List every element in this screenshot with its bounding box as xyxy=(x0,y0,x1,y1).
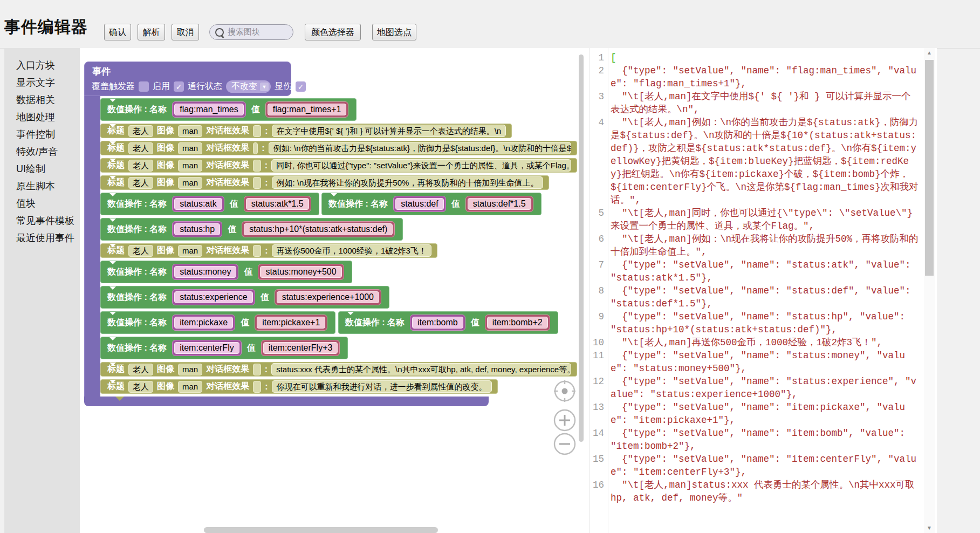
cancel-button[interactable]: 取消 xyxy=(172,24,199,40)
zoom-reset-icon[interactable] xyxy=(553,379,577,403)
name-field[interactable]: status:experience xyxy=(172,289,255,305)
code-line[interactable]: 1[ xyxy=(590,51,919,64)
code-scrollbar-thumb[interactable] xyxy=(925,60,934,276)
value-field[interactable]: flag:man_times+1 xyxy=(265,101,349,118)
text-field[interactable]: 同时, 你也可以通过{"type": "setValue"}来设置一个勇士的属性… xyxy=(271,159,571,172)
name-field[interactable]: status:atk xyxy=(172,196,224,212)
color-picker-button[interactable]: 颜色选择器 xyxy=(305,24,361,40)
sidebar-item-data[interactable]: 数据相关 xyxy=(4,91,80,108)
code-line[interactable]: 6 "\t[老人,man]例如：\n现在我将让你的攻防提升50%，再将攻防和的十… xyxy=(590,233,919,258)
name-field[interactable]: status:hp xyxy=(172,221,222,237)
text-block[interactable]: 标题 老人 图像 man 对话框效果 : status:xxx 代表勇士的某个属… xyxy=(100,362,577,377)
scroll-down-icon[interactable]: ▼ xyxy=(924,523,935,533)
title-field[interactable]: 老人 xyxy=(128,142,153,154)
text-field[interactable]: status:xxx 代表勇士的某个属性。\n其中xxx可取hp, atk, d… xyxy=(271,363,571,375)
image-field[interactable]: man xyxy=(178,177,202,189)
code-line[interactable]: 8 {"type": "setValue", "name": "status:d… xyxy=(590,284,919,310)
text-block[interactable]: 标题 老人 图像 man 对话框效果 : 在文字中使用${' ${ '}和 } … xyxy=(100,124,512,138)
sidebar-item-value-blocks[interactable]: 值块 xyxy=(4,195,80,212)
value-field[interactable]: status:hp+10*(status:atk+status:def) xyxy=(242,221,395,237)
sidebar-item-map-handling[interactable]: 地图处理 xyxy=(4,108,80,126)
image-field[interactable]: man xyxy=(178,381,202,393)
title-field[interactable]: 老人 xyxy=(128,381,153,393)
code-line[interactable]: 10 "\t[老人,man]再送你500金币，1000经验，1破2炸3飞！", xyxy=(590,336,919,349)
show-damage-checkbox[interactable]: ✓ xyxy=(296,81,306,92)
name-field[interactable]: status:def xyxy=(393,196,446,212)
map-pick-button[interactable]: 地图选点 xyxy=(372,24,416,40)
code-line[interactable]: 14 {"type": "setValue", "name": "item:bo… xyxy=(590,427,919,453)
value-field[interactable]: status:money+500 xyxy=(258,264,344,280)
setvalue-block[interactable]: 数值操作 : 名称 status:atk 值 status:atk*1.5 xyxy=(100,193,319,215)
value-field[interactable]: item:bomb+2 xyxy=(485,315,550,331)
image-field[interactable]: man xyxy=(178,142,202,154)
setvalue-block[interactable]: 数值操作 : 名称 status:hp 值 status:hp+10*(stat… xyxy=(100,218,403,241)
sidebar-item-recent-events[interactable]: 最近使用事件 xyxy=(4,229,80,247)
code-editor[interactable]: 1[ 2 {"type": "setValue", "name": "flag:… xyxy=(590,48,937,533)
name-field[interactable]: status:money xyxy=(172,264,238,280)
title-field[interactable]: 老人 xyxy=(128,160,153,172)
effect-field[interactable] xyxy=(253,177,261,189)
sidebar-item-effects-sound[interactable]: 特效/声音 xyxy=(4,143,80,160)
image-field[interactable]: man xyxy=(178,125,202,137)
name-field[interactable]: flag:man_times xyxy=(172,101,246,118)
image-field[interactable]: man xyxy=(178,364,202,375)
value-field[interactable]: status:atk*1.5 xyxy=(244,196,311,212)
value-field[interactable]: status:def*1.5 xyxy=(465,196,533,212)
code-line[interactable]: 13 {"type": "setValue", "name": "item:pi… xyxy=(590,401,919,427)
text-block[interactable]: 标题 老人 图像 man 对话框效果 : 再送你500金币，1000经验，1破2… xyxy=(100,243,437,258)
code-line[interactable]: 7 {"type": "setValue", "name": "status:a… xyxy=(590,258,919,284)
setvalue-block[interactable]: 数值操作 : 名称 item:pickaxe 值 item:pickaxe+1 xyxy=(100,311,335,334)
code-line[interactable]: 12 {"type": "setValue", "name": "status:… xyxy=(590,375,919,401)
code-line[interactable]: 4 "\t[老人,man]例如：\n你的当前攻击力是${status:atk}，… xyxy=(590,116,919,207)
text-field[interactable]: 再送你500金币，1000经验，1破2炸3飞！ xyxy=(272,244,431,257)
workspace-horizontal-scrollbar[interactable] xyxy=(204,527,438,533)
text-block[interactable]: 标题 老人 图像 man 对话框效果 : 同时, 你也可以通过{"type": … xyxy=(100,158,577,173)
pass-state-dropdown[interactable]: 不改变 ▼ xyxy=(226,80,271,93)
title-field[interactable]: 老人 xyxy=(128,364,153,375)
text-field[interactable]: 例如: \n你的当前攻击力是${status:atk}，防御力是${status… xyxy=(269,142,571,154)
code-line[interactable]: 3 "\t[老人,man]在文字中使用${' ${ '}和 } 可以计算并显示一… xyxy=(590,90,919,116)
workspace-vertical-scrollbar[interactable] xyxy=(579,54,584,442)
code-line[interactable]: 5 "\t[老人,man]同时，你也可以通过{\"type\": \"setVa… xyxy=(590,207,919,233)
image-field[interactable]: man xyxy=(178,160,202,172)
sidebar-item-ui-draw[interactable]: UI绘制 xyxy=(4,160,80,177)
code-line[interactable]: 15 {"type": "setValue", "name": "item:ce… xyxy=(590,453,919,479)
text-field[interactable]: 例如: \n现在我将让你的攻防提升50%，再将攻防和的十倍加到生命值上。 xyxy=(272,176,544,189)
setvalue-block[interactable]: 数值操作 : 名称 status:experience 值 status:exp… xyxy=(100,286,389,309)
sidebar-item-native-script[interactable]: 原生脚本 xyxy=(4,177,80,195)
text-field[interactable]: 在文字中使用${' ${ '}和 } 可以计算并显示一个表达式的结果。\n xyxy=(272,125,506,137)
sidebar-item-common-templates[interactable]: 常见事件模板 xyxy=(4,212,80,229)
text-block[interactable]: 标题 老人 图像 man 对话框效果 : 例如: \n你的当前攻击力是${sta… xyxy=(100,141,577,155)
setvalue-block[interactable]: 数值操作 : 名称 flag:man_times 值 flag:man_time… xyxy=(100,98,357,121)
code-line[interactable]: 2 {"type": "setValue", "name": "flag:man… xyxy=(590,64,919,90)
sidebar-item-entry-blocks[interactable]: 入口方块 xyxy=(4,57,80,74)
text-block[interactable]: 标题 老人 图像 man 对话框效果 : 你现在可以重新和我进行对话，进一步看到… xyxy=(100,379,498,394)
value-field[interactable]: status:experience+1000 xyxy=(275,289,381,305)
effect-field[interactable] xyxy=(253,245,261,257)
zoom-in-icon[interactable] xyxy=(553,408,577,432)
event-block-header[interactable]: 事件 覆盖触发器 启用 ✓ 通行状态 不改变 ▼ 显伤 ✓ xyxy=(84,62,291,96)
effect-field[interactable] xyxy=(253,364,261,375)
name-field[interactable]: item:bomb xyxy=(410,315,465,331)
parse-button[interactable]: 解析 xyxy=(138,24,165,40)
effect-field[interactable] xyxy=(253,381,261,393)
event-block[interactable]: 事件 覆盖触发器 启用 ✓ 通行状态 不改变 ▼ 显伤 ✓ 数值操作 : 名称 xyxy=(84,62,590,406)
block-workspace[interactable]: 事件 覆盖触发器 启用 ✓ 通行状态 不改变 ▼ 显伤 ✓ 数值操作 : 名称 xyxy=(80,48,590,533)
confirm-button[interactable]: 确认 xyxy=(104,24,131,40)
setvalue-block[interactable]: 数值操作 : 名称 status:money 值 status:money+50… xyxy=(100,261,352,283)
effect-field[interactable] xyxy=(253,160,261,172)
value-field[interactable]: item:pickaxe+1 xyxy=(255,315,327,331)
text-field[interactable]: 你现在可以重新和我进行对话，进一步看到属性值的改变。 xyxy=(272,380,492,393)
text-block[interactable]: 标题 老人 图像 man 对话框效果 : 例如: \n现在我将让你的攻防提升50… xyxy=(100,175,549,190)
name-field[interactable]: item:centerFly xyxy=(172,340,241,356)
effect-field[interactable] xyxy=(253,142,258,154)
scroll-up-icon[interactable]: ▲ xyxy=(924,48,935,58)
setvalue-block[interactable]: 数值操作 : 名称 item:bomb 值 item:bomb+2 xyxy=(338,311,558,334)
name-field[interactable]: item:pickaxe xyxy=(172,315,235,331)
search-input[interactable]: 搜索图块 xyxy=(209,24,293,40)
setvalue-block[interactable]: 数值操作 : 名称 status:def 值 status:def*1.5 xyxy=(321,193,541,215)
title-field[interactable]: 老人 xyxy=(128,245,153,257)
code-scrollbar[interactable]: ▲ ▼ xyxy=(924,48,935,533)
value-field[interactable]: item:centerFly+3 xyxy=(261,340,340,356)
code-line[interactable]: 11 {"type": "setValue", "name": "status:… xyxy=(590,349,919,375)
